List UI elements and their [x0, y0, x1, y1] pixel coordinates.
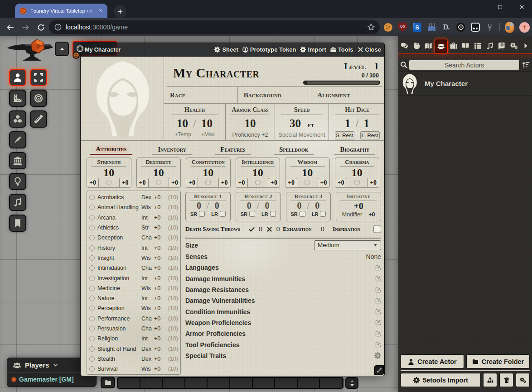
exhaustion-value[interactable]: 0 [321, 225, 324, 233]
hd-value[interactable]: 1 [345, 117, 351, 130]
ability-save[interactable]: +0 [218, 178, 231, 188]
settings-button[interactable] [516, 373, 530, 387]
tab-attributes[interactable]: Attributes [81, 141, 141, 155]
initiative-value[interactable]: +0 [336, 201, 381, 211]
ability-score[interactable]: 10 [186, 167, 230, 178]
wall-controls[interactable] [9, 152, 26, 169]
edit-icon[interactable] [375, 287, 381, 293]
skill-acrobatics[interactable]: Acrobatics Dex +0 (10) [89, 192, 178, 202]
header-button-import[interactable]: Import [300, 46, 326, 53]
edit-icon[interactable] [375, 276, 381, 282]
actor-avatar[interactable] [401, 73, 418, 94]
edit-icon[interactable] [375, 309, 381, 315]
ability-save[interactable]: +0 [119, 178, 131, 188]
back-button[interactable] [3, 20, 17, 34]
tab-features[interactable]: Features [203, 141, 263, 155]
ability-modifier[interactable]: +0 [136, 178, 149, 188]
sidebar-tab-combat[interactable] [411, 39, 423, 53]
special-traits-gear-icon[interactable] [374, 352, 381, 359]
skill-proficiency-toggle[interactable] [89, 346, 95, 352]
hp-tempmax-label[interactable]: +Max [201, 131, 215, 138]
measure-controls[interactable] [9, 90, 26, 107]
ac-value[interactable]: 10 [245, 117, 256, 130]
window-minimize-icon[interactable] [474, 2, 482, 12]
nav-collapse-button[interactable] [55, 42, 69, 56]
profile-avatar[interactable] [505, 23, 514, 32]
lr-checkbox[interactable] [320, 211, 326, 217]
folder-tree-button[interactable] [483, 373, 497, 387]
sr-checkbox[interactable] [300, 211, 305, 217]
ability-score[interactable]: 10 [87, 167, 131, 178]
save-proficiency-toggle[interactable] [354, 180, 360, 185]
lens-extension-icon[interactable] [456, 23, 465, 32]
tab-biography[interactable]: Biography [324, 141, 385, 155]
ruler-tool[interactable] [30, 110, 47, 128]
sidebar-tab-playlists[interactable] [484, 39, 496, 53]
fork-extension-icon[interactable] [485, 23, 494, 32]
note-controls[interactable] [9, 215, 26, 232]
s-extension-icon[interactable]: S [412, 23, 422, 32]
sidebar-tab-journal[interactable] [459, 39, 472, 53]
ability-score[interactable]: 10 [285, 167, 329, 178]
actor-name[interactable]: My Character [425, 80, 468, 87]
skill-proficiency-toggle[interactable] [89, 195, 95, 200]
death-success-count[interactable]: 0 [259, 225, 262, 233]
death-failure-icon[interactable] [266, 226, 272, 232]
save-proficiency-toggle[interactable] [255, 180, 261, 185]
window-resize-handle[interactable] [374, 365, 384, 375]
ability-save[interactable]: +0 [169, 178, 181, 188]
resource-value[interactable]: 0 [247, 201, 251, 210]
skill-history[interactable]: History Int +0 (10) [89, 243, 178, 253]
skill-performance[interactable]: Performance Cha +0 (10) [89, 314, 178, 324]
sidebar-tab-collapse[interactable] [520, 39, 532, 53]
window-close-icon[interactable] [517, 2, 526, 12]
save-proficiency-toggle[interactable] [106, 180, 111, 185]
foundry-anvil-logo[interactable] [6, 39, 58, 63]
site-info-icon[interactable] [54, 24, 62, 31]
skill-animal-handling[interactable]: Animal Handling Wis +0 (10) [89, 202, 178, 212]
lr-checkbox[interactable] [220, 211, 226, 217]
skill-medicine[interactable]: Medicine Wis +0 (10) [89, 283, 178, 293]
window-maximize-icon[interactable] [496, 2, 504, 12]
sr-checkbox[interactable] [249, 211, 255, 217]
character-portrait[interactable] [81, 57, 164, 140]
long-rest-button[interactable]: L. Rest [360, 131, 380, 139]
initiative-label[interactable]: Initiative [340, 193, 377, 201]
skill-proficiency-toggle[interactable] [89, 215, 95, 220]
edit-icon[interactable] [375, 265, 381, 271]
sidebar-tab-scenes[interactable] [422, 39, 435, 53]
death-failure-count[interactable]: 0 [276, 225, 280, 233]
update-chrome-icon[interactable] [519, 22, 530, 33]
skill-stealth[interactable]: Stealth Dex +0 (10) [89, 354, 178, 364]
ability-modifier[interactable]: +0 [186, 178, 198, 188]
ability-modifier[interactable]: +0 [87, 178, 99, 188]
hp-temp-label[interactable]: +Temp [174, 131, 191, 138]
death-success-icon[interactable] [249, 226, 255, 232]
tab-close-icon[interactable] [97, 7, 104, 14]
skill-proficiency-toggle[interactable] [89, 276, 95, 281]
resource-max[interactable]: 0 [315, 201, 319, 210]
5etools-import-button[interactable]: 5etools Import [401, 373, 481, 387]
macro-folder-button[interactable] [101, 377, 115, 388]
skill-deception[interactable]: Deception Cha +0 (10) [89, 233, 178, 243]
inspiration-checkbox[interactable] [373, 225, 381, 233]
header-button-prototype-token[interactable]: Prototype Token [242, 46, 296, 53]
skill-proficiency-toggle[interactable] [89, 306, 95, 311]
skill-proficiency-toggle[interactable] [89, 366, 95, 372]
skill-religion[interactable]: Religion Int +0 (10) [89, 334, 178, 344]
edit-icon[interactable] [375, 331, 381, 337]
speed-value[interactable]: 30 [290, 117, 301, 130]
cookie-extension-icon[interactable] [383, 23, 393, 32]
hp-max[interactable]: 10 [201, 117, 213, 130]
browser-tab[interactable]: Foundry Virtual Tabletop • A Stan [15, 4, 107, 18]
search-actors-input[interactable] [409, 60, 520, 70]
skill-intimidation[interactable]: Intimidation Cha +0 (10) [89, 263, 178, 273]
field-race[interactable]: Race [164, 87, 238, 103]
reload-button[interactable] [34, 20, 48, 34]
ability-modifier[interactable]: +0 [335, 178, 347, 188]
skill-proficiency-toggle[interactable] [89, 245, 95, 251]
ability-save[interactable]: +0 [268, 178, 280, 188]
bookmark-star-icon[interactable] [367, 23, 375, 31]
skill-proficiency-toggle[interactable] [89, 205, 95, 210]
sidebar-tab-settings[interactable] [508, 39, 520, 53]
